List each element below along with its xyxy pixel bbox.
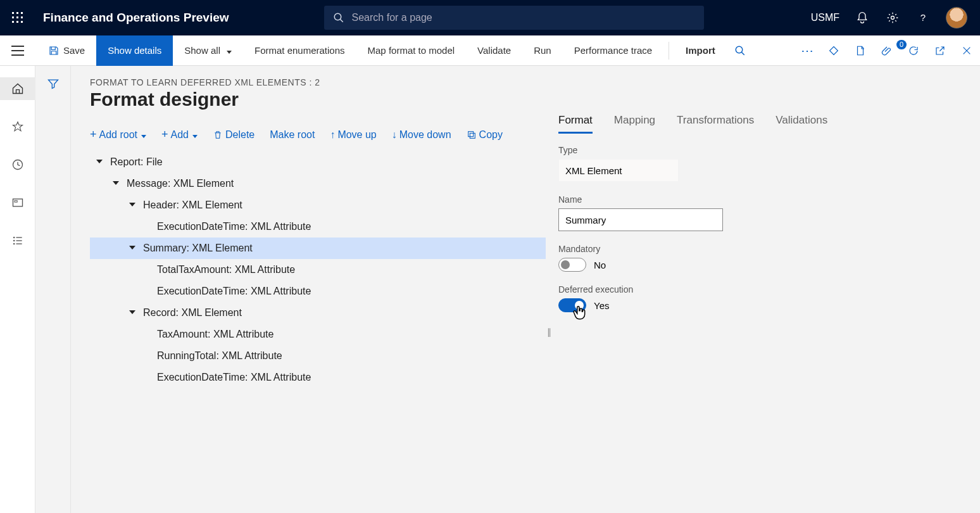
mandatory-label: Mandatory: [558, 244, 955, 254]
import-button[interactable]: Import: [674, 35, 727, 66]
tree-node-label: Message: XML Element: [127, 178, 234, 189]
make-root-button[interactable]: Make root: [270, 129, 315, 141]
close-icon: [962, 46, 972, 56]
type-value: XML Element: [558, 159, 679, 182]
nav-workspaces[interactable]: [0, 191, 35, 214]
close-button[interactable]: [953, 46, 980, 56]
nav-home[interactable]: [0, 77, 35, 100]
command-search-button[interactable]: [727, 45, 753, 56]
move-up-label: Move up: [337, 129, 376, 141]
waffle-button[interactable]: [0, 12, 35, 23]
tree-toolbar: +Add root +Add Delete Make root ↑Move up: [90, 128, 546, 141]
validate-button[interactable]: Validate: [466, 35, 522, 66]
expander-icon[interactable]: [129, 310, 135, 314]
name-input[interactable]: [558, 208, 723, 231]
add-root-button[interactable]: +Add root: [90, 128, 146, 141]
svg-point-28: [13, 243, 15, 245]
notifications-button[interactable]: [855, 10, 870, 25]
mandatory-toggle[interactable]: [558, 258, 586, 272]
clock-icon: [11, 158, 24, 171]
trash-icon: [213, 130, 223, 140]
deferred-label: Deferred execution: [558, 284, 955, 294]
popout-icon: [934, 45, 946, 56]
svg-text:?: ?: [920, 12, 926, 23]
tree-node[interactable]: ExecutionDateTime: XML Attribute: [90, 367, 546, 388]
deferred-toggle[interactable]: [558, 298, 586, 312]
add-button[interactable]: +Add: [161, 128, 198, 141]
nav-recent[interactable]: [0, 153, 35, 176]
bell-icon: [856, 11, 869, 24]
popout-button[interactable]: [927, 45, 953, 56]
arrow-up-icon: ↑: [330, 129, 335, 141]
move-up-button[interactable]: ↑Move up: [330, 129, 376, 141]
run-button[interactable]: Run: [522, 35, 563, 66]
add-root-label: Add root: [99, 129, 137, 141]
tree-node-label: Summary: XML Element: [143, 243, 253, 254]
workspace-icon: [11, 196, 24, 209]
tree-node[interactable]: Record: XML Element: [90, 302, 546, 324]
filter-rail: [35, 66, 71, 513]
expander-icon[interactable]: [113, 181, 119, 185]
tree-node-label: Record: XML Element: [143, 307, 242, 319]
show-details-label: Show details: [108, 45, 161, 56]
svg-rect-31: [468, 131, 473, 136]
help-button[interactable]: ?: [915, 10, 931, 25]
tree-node[interactable]: TaxAmount: XML Attribute: [90, 324, 546, 345]
format-enumerations-button[interactable]: Format enumerations: [243, 35, 356, 66]
copy-label: Copy: [479, 129, 503, 141]
move-down-button[interactable]: ↓Move down: [392, 129, 451, 141]
nav-favorites[interactable]: [0, 115, 35, 138]
expander-icon[interactable]: [129, 203, 135, 206]
tree-node[interactable]: Report: File: [90, 151, 546, 173]
more-button[interactable]: ⋯: [794, 43, 820, 58]
tree-node[interactable]: ExecutionDateTime: XML Attribute: [90, 281, 546, 302]
diamond-button[interactable]: [820, 45, 847, 56]
svg-line-17: [741, 52, 744, 55]
tree-node[interactable]: Message: XML Element: [90, 173, 546, 194]
svg-rect-6: [12, 21, 14, 23]
expander-icon[interactable]: [96, 160, 103, 163]
tree-node[interactable]: ExecutionDateTime: XML Attribute: [90, 216, 546, 238]
attachments-button[interactable]: 0: [874, 45, 900, 56]
show-all-button[interactable]: Show all: [173, 35, 243, 66]
tab-mapping[interactable]: Mapping: [614, 114, 655, 134]
tree-node[interactable]: Header: XML Element: [90, 194, 546, 216]
map-format-button[interactable]: Map format to model: [356, 35, 467, 66]
properties-panel: Format Mapping Transformations Validatio…: [552, 110, 980, 388]
delete-button[interactable]: Delete: [213, 129, 254, 141]
svg-rect-5: [21, 16, 23, 18]
svg-rect-3: [12, 16, 14, 18]
tab-validations[interactable]: Validations: [776, 114, 827, 134]
global-header: Finance and Operations Preview Search fo…: [0, 0, 980, 35]
svg-rect-7: [16, 21, 18, 23]
filter-button[interactable]: [47, 77, 60, 513]
book-icon: [855, 45, 866, 56]
tab-format[interactable]: Format: [558, 114, 593, 134]
expander-icon[interactable]: [129, 246, 135, 250]
tree-node-label: TotalTaxAmount: XML Attribute: [157, 264, 295, 276]
office-button[interactable]: [847, 45, 874, 56]
type-label: Type: [558, 145, 955, 155]
splitter[interactable]: ∥: [546, 327, 552, 337]
tree-node[interactable]: TotalTaxAmount: XML Attribute: [90, 259, 546, 281]
company-indicator[interactable]: USMF: [811, 12, 839, 23]
performance-trace-button[interactable]: Performance trace: [563, 35, 663, 66]
map-format-label: Map format to model: [368, 45, 455, 56]
tree-node[interactable]: RunningTotal: XML Attribute: [90, 345, 546, 367]
make-root-label: Make root: [270, 129, 315, 141]
tab-transformations[interactable]: Transformations: [677, 114, 754, 134]
save-button[interactable]: Save: [35, 35, 96, 66]
home-icon: [11, 82, 24, 95]
format-tree[interactable]: Report: FileMessage: XML ElementHeader: …: [90, 151, 546, 388]
copy-button[interactable]: Copy: [467, 129, 503, 141]
import-label: Import: [686, 45, 715, 56]
settings-button[interactable]: [885, 10, 900, 25]
nav-modules[interactable]: [0, 229, 35, 252]
user-avatar[interactable]: [946, 7, 967, 28]
help-icon: ?: [917, 11, 929, 24]
tree-node[interactable]: Summary: XML Element: [90, 238, 546, 259]
global-search[interactable]: Search for a page: [324, 6, 704, 30]
show-details-button[interactable]: Show details: [96, 35, 173, 66]
left-nav-rail: [0, 66, 35, 513]
nav-toggle-button[interactable]: [0, 35, 35, 66]
